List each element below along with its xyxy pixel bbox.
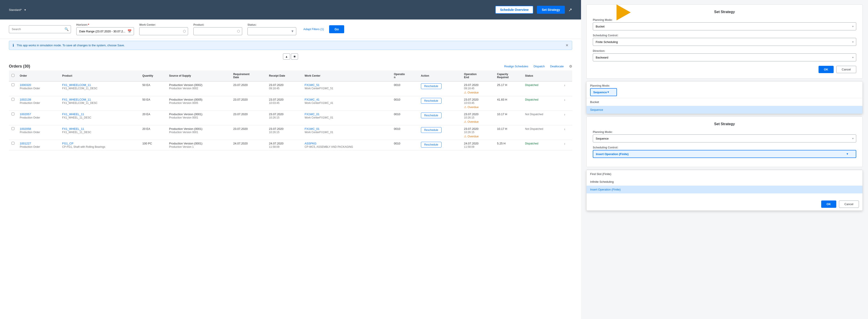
row-nav-chevron[interactable]: › bbox=[564, 127, 565, 131]
panel-1-cancel-button[interactable]: Cancel bbox=[836, 66, 856, 73]
row-quantity: 20 EA bbox=[140, 126, 166, 140]
title-dropdown-arrow[interactable]: ▾ bbox=[24, 8, 26, 11]
schedule-overview-button[interactable]: Schedule Overview bbox=[495, 6, 533, 14]
dispatch-button[interactable]: Dispatch bbox=[534, 65, 545, 68]
col-checkbox bbox=[9, 70, 17, 81]
collapse-up-button[interactable]: ▲ bbox=[283, 54, 290, 60]
product-id-link[interactable]: FX1_WHEELCOM_11 bbox=[62, 83, 91, 86]
panel-3-ok-button[interactable]: OK bbox=[821, 201, 836, 208]
search-icon[interactable]: 🔍 bbox=[65, 27, 69, 31]
deallocate-button[interactable]: Deallocate bbox=[550, 65, 564, 68]
row-nav-chevron[interactable]: › bbox=[564, 98, 565, 102]
table-row: 1001227 Production Order FG1_CP CP-FG1, … bbox=[9, 140, 572, 150]
status-input[interactable] bbox=[247, 27, 296, 35]
info-close-button[interactable]: ✕ bbox=[565, 43, 568, 47]
order-id-link[interactable]: 1001227 bbox=[20, 142, 31, 145]
work-center-link[interactable]: FX1WC_51 bbox=[305, 83, 319, 86]
wc-expand-icon[interactable]: ⬡ bbox=[183, 29, 186, 33]
row-select-checkbox[interactable] bbox=[11, 98, 14, 101]
supply-2: Production Version 0005 bbox=[169, 102, 198, 105]
row-product: FX1_WHEELCOM_11 FX1_WHEELCOM_11_DESC bbox=[59, 81, 140, 96]
scheduling-control-select-1[interactable]: Finite Scheduling bbox=[593, 38, 856, 46]
row-action: Reschedule bbox=[418, 126, 462, 140]
product-id-link[interactable]: FX1_WHEEL_11 bbox=[62, 112, 84, 116]
reschedule-button[interactable]: Reschedule bbox=[421, 98, 441, 104]
planning-mode-selected-input[interactable]: Sequence ▼ bbox=[590, 88, 617, 96]
row-status: Dispatched bbox=[522, 81, 561, 96]
select-all-checkbox[interactable] bbox=[11, 74, 14, 77]
work-center-input[interactable] bbox=[139, 27, 188, 35]
scheduling-control-label-1: Scheduling Control: bbox=[593, 34, 856, 37]
order-id-link[interactable]: 1002057 bbox=[20, 112, 31, 116]
direction-select-1[interactable]: Backward bbox=[593, 54, 856, 61]
table-settings-icon[interactable]: ⚙ bbox=[569, 64, 572, 68]
product-id-link[interactable]: FG1_CP bbox=[62, 142, 73, 145]
row-nav-chevron[interactable]: › bbox=[564, 142, 565, 146]
horizon-input[interactable] bbox=[76, 27, 134, 35]
planning-mode-dropdown-panel: Planning Mode: Sequence ▼ Bucket Sequenc… bbox=[586, 81, 863, 114]
scheduling-option-infinite[interactable]: Infinite Scheduling bbox=[587, 178, 863, 186]
set-strategy-button[interactable]: Set Strategy bbox=[537, 6, 565, 14]
planning-mode-option-sequence[interactable]: Sequence bbox=[587, 106, 863, 114]
adapt-filters-button[interactable]: Adapt Filters (1) bbox=[303, 28, 324, 31]
product-group: Product: ⬡ bbox=[193, 23, 242, 35]
orders-section: Orders (30) Realign Schedules Dispatch D… bbox=[0, 61, 581, 319]
search-input[interactable] bbox=[9, 25, 71, 33]
order-id-link[interactable]: 1000320 bbox=[20, 83, 31, 86]
product-id-link[interactable]: FX1_WHEEL_11 bbox=[62, 127, 84, 131]
scheduling-control-selected-3[interactable]: Insert Operation (Finite) ▼ bbox=[593, 150, 856, 158]
product-input[interactable] bbox=[193, 27, 242, 35]
planning-mode-row-1: Planning Mode: Bucket bbox=[593, 19, 856, 30]
col-op-end: OperationEnd bbox=[461, 70, 494, 81]
work-center-link[interactable]: ASSPKG bbox=[305, 142, 316, 145]
reschedule-button[interactable]: Reschedule bbox=[421, 112, 441, 118]
go-button[interactable]: Go bbox=[329, 25, 344, 33]
reschedule-button[interactable]: Reschedule bbox=[421, 83, 441, 89]
scheduling-control-dropdown-list: Find Slot (Finite) Infinite Scheduling I… bbox=[587, 170, 863, 193]
planning-mode-option-bucket[interactable]: Bucket bbox=[587, 98, 863, 106]
scheduling-control-row-3: Scheduling Control: Insert Operation (Fi… bbox=[593, 146, 856, 158]
panel-3-cancel-button[interactable]: Cancel bbox=[839, 201, 859, 208]
export-icon[interactable]: ↗ bbox=[568, 7, 572, 12]
row-select-checkbox[interactable] bbox=[11, 112, 14, 115]
work-center-link[interactable]: FX1WC_01 bbox=[305, 112, 319, 116]
planning-mode-dropdown-label: Planning Mode: bbox=[590, 84, 617, 87]
order-id-link[interactable]: 1002139 bbox=[20, 98, 31, 101]
product-desc: CP-FG1, Shaft with Rolling Bearings bbox=[62, 145, 105, 148]
supply-2: Production Version 0001 bbox=[169, 131, 198, 134]
row-receipt-date: 23.07.2020 10:26:15 bbox=[266, 126, 302, 140]
product-id-link[interactable]: FX1_WHEELCOM_11 bbox=[62, 98, 91, 101]
product-expand-icon[interactable]: ⬡ bbox=[237, 29, 240, 33]
scheduling-control-row-1: Scheduling Control: Finite Scheduling bbox=[593, 34, 856, 46]
order-id-link[interactable]: 1002058 bbox=[20, 127, 31, 131]
scheduling-option-insert[interactable]: Insert Operation (Finite) bbox=[587, 186, 863, 193]
horizon-calendar-icon[interactable]: 📅 bbox=[127, 29, 132, 33]
planning-mode-select-1[interactable]: Bucket bbox=[593, 22, 856, 30]
row-select-checkbox[interactable] bbox=[11, 142, 14, 145]
work-center-link[interactable]: FX1WC_41 bbox=[305, 98, 319, 101]
work-center-link[interactable]: FX1WC_01 bbox=[305, 127, 319, 131]
reschedule-button[interactable]: Reschedule bbox=[421, 142, 441, 147]
collapse-settings-button[interactable]: ✱ bbox=[291, 54, 298, 60]
col-status: Status bbox=[522, 70, 561, 81]
product-desc: FX1_WHEEL_11_DESC bbox=[62, 116, 91, 119]
product-desc: FX1_WHEELCOM_11_DESC bbox=[62, 102, 97, 105]
order-type: Production Order bbox=[20, 116, 40, 119]
realign-schedules-button[interactable]: Realign Schedules bbox=[504, 65, 528, 68]
row-operation: 0010 bbox=[391, 96, 418, 111]
row-select-checkbox[interactable] bbox=[11, 83, 14, 86]
overdue-text: Overdue bbox=[467, 105, 478, 109]
product-desc: FX1_WHEEL_11_DESC bbox=[62, 131, 91, 134]
row-product: FX1_WHEELCOM_11 FX1_WHEELCOM_11_DESC bbox=[59, 96, 140, 111]
reschedule-button[interactable]: Reschedule bbox=[421, 127, 441, 133]
col-operation: Operation bbox=[391, 70, 418, 81]
row-nav: › bbox=[561, 126, 572, 140]
row-select-checkbox[interactable] bbox=[11, 127, 14, 130]
status-dropdown-icon[interactable]: ▼ bbox=[291, 29, 294, 33]
planning-mode-select-3[interactable]: Sequence bbox=[593, 135, 856, 142]
planning-mode-label-3: Planning Mode: bbox=[593, 131, 856, 134]
panel-1-ok-button[interactable]: OK bbox=[818, 66, 834, 73]
row-nav-chevron[interactable]: › bbox=[564, 83, 565, 87]
row-nav-chevron[interactable]: › bbox=[564, 112, 565, 116]
scheduling-option-find-slot[interactable]: Find Slot (Finite) bbox=[587, 170, 863, 178]
